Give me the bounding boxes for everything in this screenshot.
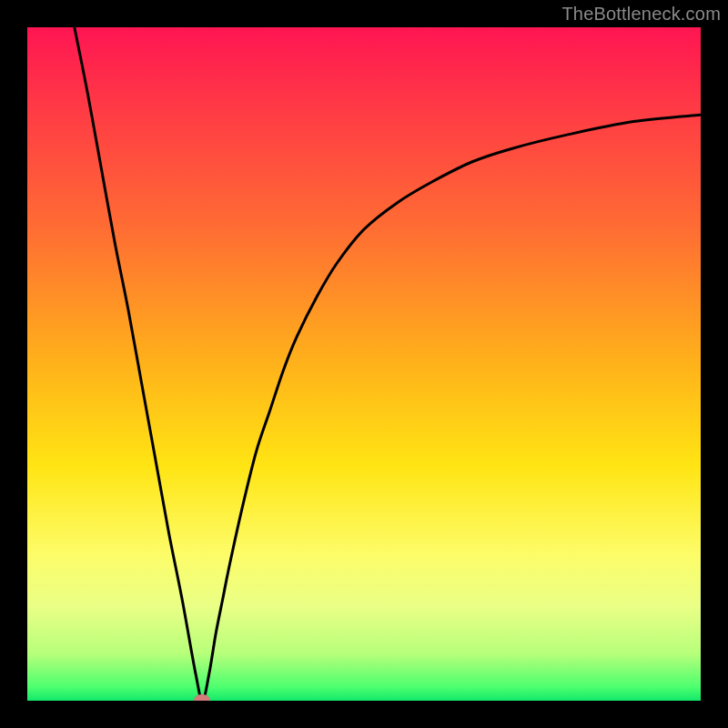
plot-area bbox=[27, 27, 701, 701]
chart-frame: TheBottleneck.com bbox=[0, 0, 728, 728]
background-gradient bbox=[27, 27, 701, 701]
attribution-text: TheBottleneck.com bbox=[561, 4, 721, 25]
svg-rect-0 bbox=[27, 27, 701, 701]
optimum-marker bbox=[194, 694, 210, 701]
